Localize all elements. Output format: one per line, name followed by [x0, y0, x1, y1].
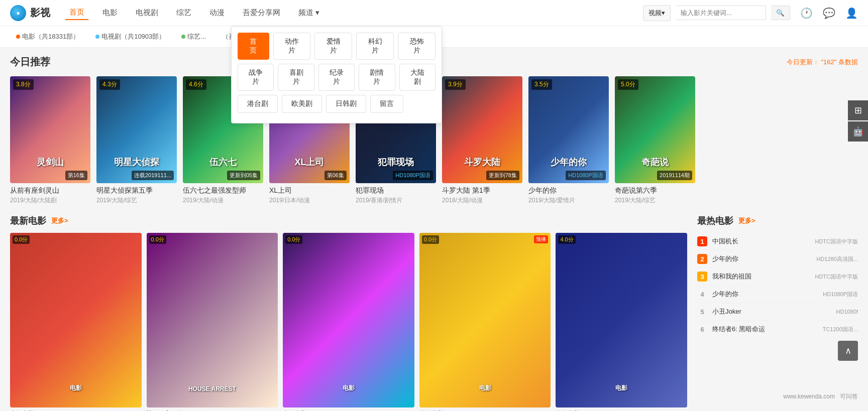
movie-badge-4: HD1080P国语	[393, 171, 433, 180]
movie-badge-6: HD1080P国语	[566, 171, 606, 180]
movie-score-5: 3.9分	[445, 79, 466, 90]
movie-card-6[interactable]: 少年的你 3.5分 HD1080P国语 少年的你 2019/大陆/爱情片	[528, 76, 609, 205]
hot-item-title-1: 少年的你	[712, 254, 812, 263]
nav-item-movies[interactable]: 电影	[98, 6, 122, 20]
movie-card-0[interactable]: 灵剑山 3.8分 第16集 从前有座剑灵山 2019/大陆/大陆剧	[10, 76, 90, 205]
movie-card-7[interactable]: 奇葩说 5.0分 20191114期 奇葩说第六季 2019/大陆/综艺	[615, 76, 695, 205]
latest-more-link[interactable]: 更多>	[51, 216, 68, 225]
movie-score-0: 3.8分	[13, 79, 34, 90]
hot-rank-4: 5	[697, 307, 707, 317]
dropdown-btn-drama[interactable]: 剧情片	[359, 64, 395, 91]
dropdown-btn-scifi[interactable]: 科幻片	[356, 33, 394, 60]
hot-item-3[interactable]: 4 少年的你 HD1080P国语	[697, 286, 858, 303]
latest-card-0[interactable]: 电影 0.0分 未知电影1	[10, 233, 142, 411]
latest-poster-0: 电影 0.0分	[10, 233, 142, 407]
logo[interactable]: 影视	[10, 5, 50, 21]
scroll-top-button[interactable]: ∧	[838, 341, 858, 361]
hot-item-title-5: 终结者6: 黑暗命运	[712, 325, 819, 334]
nav-item-share[interactable]: 吾爱分享网	[239, 6, 284, 20]
movie-meta-7: 2019/大陆/综艺	[615, 196, 695, 205]
latest-title-text: 最新电影	[10, 215, 46, 227]
hot-rank-3: 4	[697, 289, 707, 299]
movie-poster-1: 明星大侦探 4.3分 连载2019111...	[96, 76, 177, 183]
search-input[interactable]	[676, 6, 766, 20]
movie-score-1: 4.3分	[99, 79, 120, 90]
header: 影视 首页 电影 电视剧 综艺 动漫 吾爱分享网 频道 ▾ 视频▾ 🔍 🕐 💬 …	[0, 0, 868, 26]
movie-badge-5: 更新到78集	[486, 171, 519, 180]
dropdown-row-3: 港台剧 欧美剧 日韩剧 留言	[238, 95, 436, 113]
movie-badge-2: 更新到05集	[227, 171, 260, 180]
dropdown-btn-romance[interactable]: 爱情片	[314, 33, 352, 60]
hot-item-0[interactable]: 1 中国机长 HDTC国语中字版	[697, 233, 858, 250]
today-update-info: 今日更新： "162" 条数据	[787, 58, 858, 67]
latest-card-4[interactable]: 电影 4.0分 未知电影5	[556, 233, 687, 411]
dropdown-btn-mainland-drama[interactable]: 大陆剧	[399, 64, 436, 91]
hot-item-4[interactable]: 5 小丑Joker HD1080f	[697, 303, 858, 321]
hot-section: 最热电影 更多> 1 中国机长 HDTC国语中字版 2 少年的你 HD1280高…	[697, 215, 858, 411]
movie-title-4: 犯罪现场	[356, 186, 436, 195]
dropdown-btn-jpkr-drama[interactable]: 日韩剧	[326, 95, 366, 113]
hot-item-tag-1: HD1280高清国...	[816, 255, 858, 263]
cat-label-variety: 综艺...	[187, 32, 206, 41]
dropdown-menu: 首页 动作片 爱情片 科幻片 恐怖片 战争片 喜剧片 纪录片 剧情片 大陆剧 港…	[231, 26, 442, 123]
movie-badge-3: 第06集	[324, 171, 347, 180]
latest-badge-3: 预播	[534, 235, 548, 243]
windows-icon[interactable]: ⊞	[848, 100, 868, 120]
latest-title: 最新电影 更多>	[10, 215, 687, 227]
dropdown-btn-comedy[interactable]: 喜剧片	[278, 64, 314, 91]
nav-item-variety[interactable]: 综艺	[172, 6, 195, 20]
latest-poster-3: 电影 0.0分 预播	[419, 233, 551, 407]
latest-card-1[interactable]: HOUSE ARREST 0.0分 House Arrest	[147, 233, 278, 411]
logo-text: 影视	[30, 6, 50, 20]
cat-item-movie[interactable]: 电影（共18331部）	[10, 30, 85, 43]
dropdown-btn-western-drama[interactable]: 欧美剧	[282, 95, 322, 113]
dropdown-row-1: 首页 动作片 爱情片 科幻片 恐怖片	[238, 33, 436, 60]
movie-title-7: 奇葩说第六季	[615, 186, 695, 195]
nav-item-tv[interactable]: 电视剧	[132, 6, 162, 20]
hot-item-tag-4: HD1080f	[836, 309, 858, 315]
dropdown-btn-home[interactable]: 首页	[238, 33, 269, 60]
dropdown-row-2: 战争片 喜剧片 纪录片 剧情片 大陆剧	[238, 64, 436, 91]
movie-meta-5: 2018/大陆/动漫	[442, 196, 522, 205]
history-icon[interactable]: 🕐	[800, 7, 813, 19]
hot-rank-0: 1	[697, 236, 707, 246]
header-icons: 🕐 💬 👤	[800, 7, 858, 19]
dropdown-btn-war[interactable]: 战争片	[238, 64, 274, 91]
user-icon[interactable]: 👤	[845, 7, 858, 19]
cat-dot-variety	[181, 35, 185, 39]
cat-item-tv[interactable]: 电视剧（共10903部）	[89, 30, 171, 43]
movie-card-5[interactable]: 斗罗大陆 3.9分 更新到78集 斗罗大陆 第1季 2018/大陆/动漫	[442, 76, 522, 205]
dropdown-btn-documentary[interactable]: 纪录片	[318, 64, 355, 91]
hot-list: 1 中国机长 HDTC国语中字版 2 少年的你 HD1280高清国... 3 我…	[697, 233, 858, 338]
update-count: "162"	[821, 58, 836, 66]
dropdown-btn-hk-tw-drama[interactable]: 港台剧	[238, 95, 278, 113]
movie-title-0: 从前有座剑灵山	[10, 186, 90, 195]
latest-card-3[interactable]: 电影 0.0分 预播 未知电影4	[419, 233, 551, 411]
cat-item-variety[interactable]: 综艺...	[175, 30, 212, 43]
hot-more-link[interactable]: 更多>	[738, 216, 755, 225]
message-icon[interactable]: 💬	[823, 7, 835, 19]
latest-score-0: 0.0分	[13, 235, 30, 244]
search-type-select[interactable]: 视频▾	[643, 5, 671, 21]
hot-item-5[interactable]: 6 终结者6: 黑暗命运 TC1200国语...	[697, 321, 858, 338]
movie-meta-0: 2019/大陆/大陆剧	[10, 196, 90, 205]
movie-title-3: XL上司	[269, 186, 350, 195]
android-icon[interactable]: 🤖	[848, 121, 868, 142]
movie-card-1[interactable]: 明星大侦探 4.3分 连载2019111... 明星大侦探第五季 2019/大陆…	[96, 76, 177, 205]
nav-item-channel[interactable]: 频道 ▾	[294, 6, 323, 20]
hot-item-1[interactable]: 2 少年的你 HD1280高清国...	[697, 250, 858, 268]
latest-card-2[interactable]: 电影 0.0分 未知电影3	[283, 233, 414, 411]
hot-item-2[interactable]: 3 我和我的祖国 HDTC国语中字版	[697, 268, 858, 286]
movie-score-2: 4.6分	[186, 79, 206, 90]
nav-item-anime[interactable]: 动漫	[205, 6, 229, 20]
dropdown-btn-message[interactable]: 留言	[370, 95, 403, 113]
hot-item-tag-5: TC1200国语...	[823, 326, 858, 333]
search-button[interactable]: 🔍	[771, 6, 790, 20]
dropdown-btn-action[interactable]: 动作片	[273, 33, 311, 60]
hot-item-tag-3: HD1080P国语	[823, 291, 858, 298]
nav-item-home[interactable]: 首页	[65, 6, 88, 20]
hot-item-title-3: 少年的你	[712, 290, 819, 299]
movie-title-6: 少年的你	[528, 186, 609, 195]
dropdown-btn-horror[interactable]: 恐怖片	[398, 33, 436, 60]
latest-score-3: 0.0分	[422, 235, 439, 244]
